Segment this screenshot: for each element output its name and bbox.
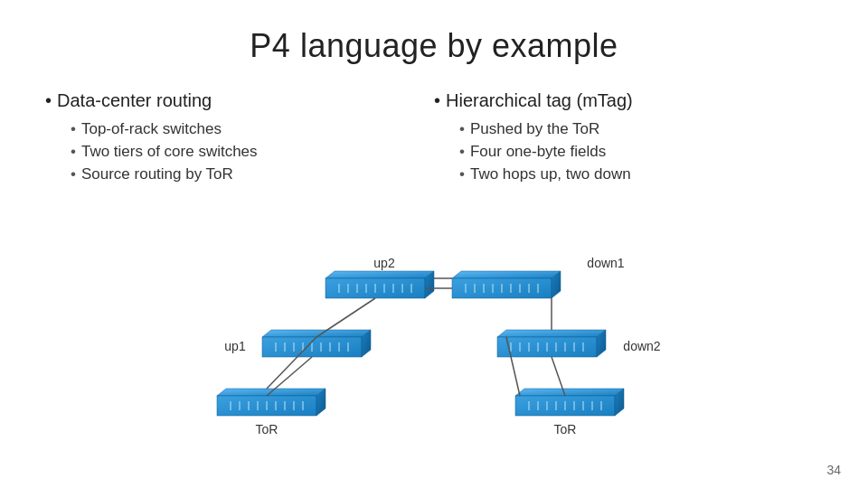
up2-switch <box>326 271 434 298</box>
up1-switch <box>262 330 371 357</box>
up1-label: up1 <box>224 339 246 353</box>
svg-marker-36 <box>515 389 624 396</box>
tor-left-label: ToR <box>256 422 278 436</box>
left-sub-bullets: Top-of-rack switches Two tiers of core s… <box>45 120 434 183</box>
right-sub-bullet-2: Four one-byte fields <box>459 143 823 161</box>
svg-marker-48 <box>497 330 606 337</box>
right-sub-bullet-1: Pushed by the ToR <box>459 120 823 138</box>
down1-label: down1 <box>587 256 624 270</box>
down2-label: down2 <box>623 339 660 353</box>
right-sub-bullets: Pushed by the ToR Four one-byte fields T… <box>434 120 823 183</box>
slide-title: P4 language by example <box>45 27 823 65</box>
left-column: Data-center routing Top-of-rack switches… <box>45 90 434 188</box>
right-main-bullet: Hierarchical tag (mTag) <box>434 90 823 111</box>
svg-marker-24 <box>326 271 434 278</box>
slide: P4 language by example Data-center routi… <box>0 0 868 488</box>
spacer <box>371 298 384 330</box>
down2-switch <box>497 330 606 357</box>
svg-marker-60 <box>452 271 561 278</box>
content-columns: Data-center routing Top-of-rack switches… <box>45 90 823 188</box>
svg-marker-12 <box>262 330 371 337</box>
left-main-bullet: Data-center routing <box>45 90 434 111</box>
right-column: Hierarchical tag (mTag) Pushed by the To… <box>434 90 823 188</box>
tor-right-switch <box>515 389 624 416</box>
tor-right-label: ToR <box>554 422 577 436</box>
left-sub-bullet-1: Top-of-rack switches <box>71 120 434 138</box>
down1-switch <box>452 271 561 298</box>
network-diagram: ToR up1 <box>0 208 868 461</box>
up2-label: up2 <box>373 256 395 270</box>
right-sub-bullet-3: Two hops up, two down <box>459 165 823 183</box>
left-sub-bullet-2: Two tiers of core switches <box>71 143 434 161</box>
diagram-svg: ToR up1 <box>163 226 705 461</box>
page-number: 34 <box>826 463 841 477</box>
left-sub-bullet-3: Source routing by ToR <box>71 165 434 183</box>
